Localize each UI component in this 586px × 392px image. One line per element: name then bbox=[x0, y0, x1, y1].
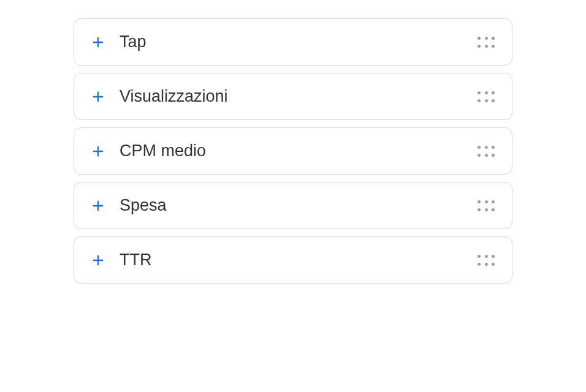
metric-label: CPM medio bbox=[120, 141, 478, 160]
drag-handle-icon[interactable] bbox=[478, 255, 495, 266]
plus-icon[interactable] bbox=[91, 145, 105, 158]
drag-handle-icon[interactable] bbox=[478, 200, 495, 211]
metric-item-visualizzazioni[interactable]: Visualizzazioni bbox=[74, 73, 512, 120]
metric-label: TTR bbox=[120, 251, 478, 270]
metric-item-spesa[interactable]: Spesa bbox=[74, 182, 512, 229]
metric-list: Tap Visualizzazioni CPM medio bbox=[74, 18, 512, 284]
metric-label: Visualizzazioni bbox=[120, 87, 478, 106]
plus-icon[interactable] bbox=[91, 199, 105, 213]
plus-icon[interactable] bbox=[91, 254, 105, 267]
metric-item-cpm-medio[interactable]: CPM medio bbox=[74, 127, 512, 175]
plus-icon[interactable] bbox=[91, 36, 105, 49]
metric-item-tap[interactable]: Tap bbox=[74, 18, 512, 66]
plus-icon[interactable] bbox=[91, 90, 105, 104]
drag-handle-icon[interactable] bbox=[478, 146, 495, 157]
metric-label: Spesa bbox=[120, 196, 478, 215]
metric-label: Tap bbox=[120, 32, 478, 51]
drag-handle-icon[interactable] bbox=[478, 37, 495, 48]
metric-item-ttr[interactable]: TTR bbox=[74, 236, 512, 284]
drag-handle-icon[interactable] bbox=[478, 91, 495, 102]
